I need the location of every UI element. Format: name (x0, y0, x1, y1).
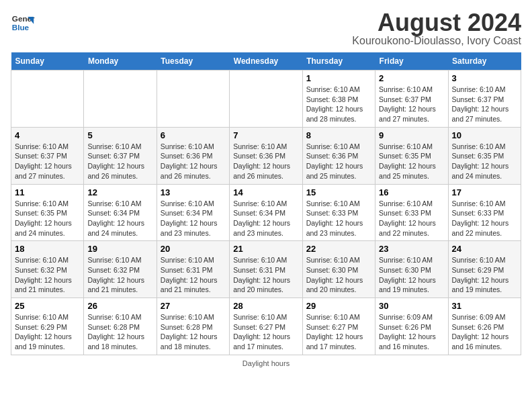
day-number: 3 (452, 73, 517, 83)
day-cell: 24Sunrise: 6:10 AM Sunset: 6:29 PM Dayli… (448, 241, 521, 298)
day-detail: Sunrise: 6:10 AM Sunset: 6:28 PM Dayligh… (87, 312, 152, 352)
day-cell: 12Sunrise: 6:10 AM Sunset: 6:34 PM Dayli… (84, 184, 157, 241)
day-number: 14 (233, 187, 298, 197)
day-cell: 13Sunrise: 6:10 AM Sunset: 6:34 PM Dayli… (157, 184, 229, 241)
day-detail: Sunrise: 6:10 AM Sunset: 6:34 PM Dayligh… (233, 199, 298, 238)
footer-text: Daylight hours (242, 359, 290, 367)
day-header-monday: Monday (84, 52, 157, 71)
day-detail: Sunrise: 6:10 AM Sunset: 6:27 PM Dayligh… (233, 312, 298, 352)
day-cell: 14Sunrise: 6:10 AM Sunset: 6:34 PM Dayli… (230, 184, 302, 241)
day-number: 24 (452, 244, 517, 254)
day-cell: 20Sunrise: 6:10 AM Sunset: 6:31 PM Dayli… (157, 241, 229, 298)
day-cell: 5Sunrise: 6:10 AM Sunset: 6:37 PM Daylig… (84, 127, 157, 184)
day-number: 22 (306, 244, 371, 254)
day-number: 21 (233, 244, 298, 254)
day-header-thursday: Thursday (302, 52, 375, 71)
day-number: 6 (161, 130, 226, 140)
day-number: 12 (87, 187, 152, 197)
day-detail: Sunrise: 6:10 AM Sunset: 6:30 PM Dayligh… (379, 255, 444, 295)
day-detail: Sunrise: 6:10 AM Sunset: 6:35 PM Dayligh… (452, 142, 517, 181)
svg-text:Blue: Blue (12, 23, 30, 32)
day-number: 1 (306, 73, 371, 83)
day-number: 9 (379, 130, 444, 140)
day-header-wednesday: Wednesday (230, 52, 302, 71)
day-number: 31 (452, 301, 517, 311)
day-cell: 31Sunrise: 6:09 AM Sunset: 6:26 PM Dayli… (448, 298, 521, 355)
day-detail: Sunrise: 6:10 AM Sunset: 6:37 PM Dayligh… (87, 142, 152, 181)
day-cell: 8Sunrise: 6:10 AM Sunset: 6:36 PM Daylig… (302, 127, 375, 184)
day-number: 27 (161, 301, 226, 311)
day-number: 18 (15, 244, 80, 254)
footer: Daylight hours (11, 359, 521, 367)
day-detail: Sunrise: 6:10 AM Sunset: 6:35 PM Dayligh… (379, 142, 444, 181)
day-cell (84, 71, 157, 128)
day-number: 23 (379, 244, 444, 254)
day-cell: 26Sunrise: 6:10 AM Sunset: 6:28 PM Dayli… (84, 298, 157, 355)
week-row: 25Sunrise: 6:10 AM Sunset: 6:29 PM Dayli… (11, 298, 521, 355)
day-number: 17 (452, 187, 517, 197)
day-detail: Sunrise: 6:09 AM Sunset: 6:26 PM Dayligh… (452, 312, 517, 352)
day-header-saturday: Saturday (448, 52, 521, 71)
day-detail: Sunrise: 6:10 AM Sunset: 6:33 PM Dayligh… (379, 199, 444, 238)
day-number: 20 (161, 244, 226, 254)
logo-icon: General Blue (11, 11, 35, 35)
week-row: 11Sunrise: 6:10 AM Sunset: 6:35 PM Dayli… (11, 184, 521, 241)
day-detail: Sunrise: 6:10 AM Sunset: 6:35 PM Dayligh… (15, 199, 80, 238)
day-cell (11, 71, 84, 128)
day-cell: 10Sunrise: 6:10 AM Sunset: 6:35 PM Dayli… (448, 127, 521, 184)
day-number: 13 (161, 187, 226, 197)
day-cell: 7Sunrise: 6:10 AM Sunset: 6:36 PM Daylig… (230, 127, 302, 184)
day-detail: Sunrise: 6:10 AM Sunset: 6:34 PM Dayligh… (161, 199, 226, 238)
day-cell (230, 71, 302, 128)
day-cell: 29Sunrise: 6:10 AM Sunset: 6:27 PM Dayli… (302, 298, 375, 355)
day-header-friday: Friday (375, 52, 448, 71)
title-block: August 2024 Kouroukono-Dioulasso, Ivory … (352, 11, 521, 47)
day-detail: Sunrise: 6:10 AM Sunset: 6:29 PM Dayligh… (452, 255, 517, 295)
day-detail: Sunrise: 6:09 AM Sunset: 6:26 PM Dayligh… (379, 312, 444, 352)
day-detail: Sunrise: 6:10 AM Sunset: 6:36 PM Dayligh… (161, 142, 226, 181)
day-cell: 4Sunrise: 6:10 AM Sunset: 6:37 PM Daylig… (11, 127, 84, 184)
day-detail: Sunrise: 6:10 AM Sunset: 6:38 PM Dayligh… (306, 85, 371, 124)
day-number: 28 (233, 301, 298, 311)
day-detail: Sunrise: 6:10 AM Sunset: 6:37 PM Dayligh… (379, 85, 444, 124)
day-cell: 23Sunrise: 6:10 AM Sunset: 6:30 PM Dayli… (375, 241, 448, 298)
day-detail: Sunrise: 6:10 AM Sunset: 6:33 PM Dayligh… (306, 199, 371, 238)
day-cell: 9Sunrise: 6:10 AM Sunset: 6:35 PM Daylig… (375, 127, 448, 184)
calendar-table: SundayMondayTuesdayWednesdayThursdayFrid… (11, 52, 521, 355)
day-detail: Sunrise: 6:10 AM Sunset: 6:34 PM Dayligh… (87, 199, 152, 238)
day-detail: Sunrise: 6:10 AM Sunset: 6:36 PM Dayligh… (306, 142, 371, 181)
day-cell (157, 71, 229, 128)
week-row: 18Sunrise: 6:10 AM Sunset: 6:32 PM Dayli… (11, 241, 521, 298)
day-detail: Sunrise: 6:10 AM Sunset: 6:37 PM Dayligh… (452, 85, 517, 124)
day-detail: Sunrise: 6:10 AM Sunset: 6:32 PM Dayligh… (15, 255, 80, 295)
day-cell: 21Sunrise: 6:10 AM Sunset: 6:31 PM Dayli… (230, 241, 302, 298)
day-cell: 27Sunrise: 6:10 AM Sunset: 6:28 PM Dayli… (157, 298, 229, 355)
day-detail: Sunrise: 6:10 AM Sunset: 6:28 PM Dayligh… (161, 312, 226, 352)
week-row: 1Sunrise: 6:10 AM Sunset: 6:38 PM Daylig… (11, 71, 521, 128)
day-detail: Sunrise: 6:10 AM Sunset: 6:31 PM Dayligh… (161, 255, 226, 295)
day-detail: Sunrise: 6:10 AM Sunset: 6:27 PM Dayligh… (306, 312, 371, 352)
day-header-sunday: Sunday (11, 52, 84, 71)
day-cell: 6Sunrise: 6:10 AM Sunset: 6:36 PM Daylig… (157, 127, 229, 184)
day-cell: 18Sunrise: 6:10 AM Sunset: 6:32 PM Dayli… (11, 241, 84, 298)
day-number: 11 (15, 187, 80, 197)
day-number: 4 (15, 130, 80, 140)
day-cell: 16Sunrise: 6:10 AM Sunset: 6:33 PM Dayli… (375, 184, 448, 241)
day-number: 2 (379, 73, 444, 83)
page-subtitle: Kouroukono-Dioulasso, Ivory Coast (352, 35, 521, 47)
day-cell: 25Sunrise: 6:10 AM Sunset: 6:29 PM Dayli… (11, 298, 84, 355)
day-number: 29 (306, 301, 371, 311)
day-number: 19 (87, 244, 152, 254)
page-header: General Blue August 2024 Kouroukono-Diou… (11, 11, 521, 47)
logo: General Blue (11, 11, 35, 35)
day-detail: Sunrise: 6:10 AM Sunset: 6:31 PM Dayligh… (233, 255, 298, 295)
day-detail: Sunrise: 6:10 AM Sunset: 6:33 PM Dayligh… (452, 199, 517, 238)
day-number: 26 (87, 301, 152, 311)
day-number: 5 (87, 130, 152, 140)
day-cell: 3Sunrise: 6:10 AM Sunset: 6:37 PM Daylig… (448, 71, 521, 128)
day-cell: 19Sunrise: 6:10 AM Sunset: 6:32 PM Dayli… (84, 241, 157, 298)
day-cell: 28Sunrise: 6:10 AM Sunset: 6:27 PM Dayli… (230, 298, 302, 355)
day-cell: 11Sunrise: 6:10 AM Sunset: 6:35 PM Dayli… (11, 184, 84, 241)
day-cell: 15Sunrise: 6:10 AM Sunset: 6:33 PM Dayli… (302, 184, 375, 241)
day-detail: Sunrise: 6:10 AM Sunset: 6:36 PM Dayligh… (233, 142, 298, 181)
